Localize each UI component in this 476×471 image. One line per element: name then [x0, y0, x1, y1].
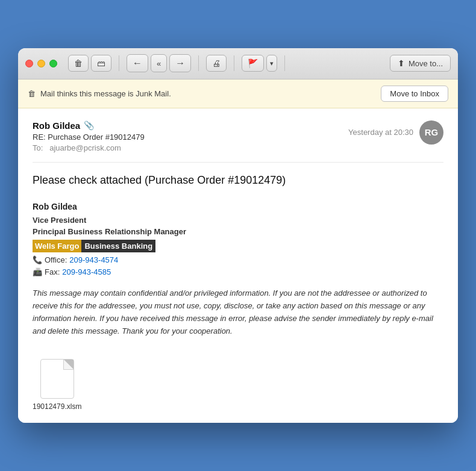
sig-title: Vice President [33, 214, 443, 226]
email-sender: Rob Gildea 📎 [33, 120, 145, 131]
delete-button[interactable]: 🗑 [68, 55, 89, 72]
separator-3 [234, 55, 234, 71]
junk-icon: 🗑 [28, 89, 36, 98]
move-to-label: Move to... [409, 59, 443, 68]
fax-label: Fax: [45, 266, 60, 278]
to-address: ajuarbe@pcrisk.com [49, 143, 121, 152]
sig-company: Wells Fargo Business Banking [33, 240, 155, 253]
close-button[interactable] [25, 60, 33, 67]
back-button[interactable]: ← [127, 54, 148, 72]
attachment-indicator-icon: 📎 [84, 120, 94, 130]
email-from-left: Rob Gildea 📎 RE: Purchase Order #1901247… [33, 120, 145, 152]
forward-button[interactable]: → [169, 54, 191, 72]
junk-banner-text: 🗑 Mail thinks this message is Junk Mail. [28, 89, 171, 98]
email-body-heading: Please check attached (Purchase Order #1… [33, 172, 443, 189]
sig-role: Principal Business Relationship Manager [33, 226, 443, 238]
maximize-button[interactable] [49, 60, 57, 67]
email-subject-line: RE: Purchase Order #19012479 [33, 133, 145, 142]
attachment-filename: 19012479.xlsm [33, 402, 81, 411]
file-icon [40, 359, 74, 399]
email-container: Rob Gildea 📎 RE: Purchase Order #1901247… [18, 108, 458, 423]
move-to-button[interactable]: ⬆ Move to... [390, 55, 451, 72]
sig-office: 📞 Office: 209-943-4574 [33, 254, 443, 266]
back-all-button[interactable]: « [151, 54, 167, 72]
sig-fax: 📠 Fax: 209-943-4585 [33, 266, 443, 278]
move-to-inbox-button[interactable]: Move to Inbox [381, 86, 448, 102]
move-to-icon: ⬆ [398, 58, 405, 68]
flag-button[interactable]: 🚩 [242, 55, 264, 72]
office-phone-icon: 📞 [33, 254, 42, 266]
archive-button[interactable]: 🗃 [91, 55, 111, 72]
office-phone-link[interactable]: 209-943-4574 [69, 254, 118, 266]
email-content-wrapper: Please check attached (Purchase Order #1… [33, 172, 443, 411]
email-body: Please check attached (Purchase Order #1… [33, 172, 443, 338]
email-disclaimer: This message may contain confidential an… [33, 287, 443, 337]
separator-2 [198, 55, 199, 71]
office-label: Office: [45, 254, 67, 266]
avatar: RG [419, 120, 443, 145]
email-timestamp: Yesterday at 20:30 [348, 128, 413, 137]
separator-4 [284, 55, 285, 71]
print-button[interactable]: 🖨 [206, 55, 227, 72]
toolbar-delete-group: 🗑 🗃 [68, 55, 111, 72]
to-label: To: [33, 143, 43, 152]
toolbar-nav-group: ← « → [127, 54, 191, 72]
mail-window: 🗑 🗃 ← « → 🖨 🚩 ▾ ⬆ Move to... 🗑 Mail thin… [18, 48, 458, 423]
traffic-lights [25, 60, 57, 67]
fax-icon: 📠 [33, 266, 42, 278]
toolbar-flag-group: 🚩 ▾ [242, 55, 277, 72]
junk-banner: 🗑 Mail thinks this message is Junk Mail.… [18, 80, 458, 108]
separator-1 [119, 55, 119, 71]
email-from-row: Rob Gildea 📎 RE: Purchase Order #1901247… [33, 120, 443, 152]
minimize-button[interactable] [37, 60, 45, 67]
attachment-item[interactable]: 19012479.xlsm [33, 359, 81, 411]
titlebar: 🗑 🗃 ← « → 🖨 🚩 ▾ ⬆ Move to... [18, 48, 458, 80]
wells-fargo-yellow-label: Wells Fargo [33, 240, 81, 253]
email-header: Rob Gildea 📎 RE: Purchase Order #1901247… [33, 120, 443, 163]
sig-name: Rob Gildea [33, 201, 443, 213]
attachment-area: 19012479.xlsm [33, 349, 443, 411]
fax-phone-link[interactable]: 209-943-4585 [62, 266, 111, 278]
junk-message: Mail thinks this message is Junk Mail. [40, 89, 171, 98]
business-banking-label: Business Banking [81, 240, 155, 253]
flag-dropdown-button[interactable]: ▾ [266, 55, 277, 72]
email-to-row: To: ajuarbe@pcrisk.com [33, 143, 145, 152]
email-meta-right: Yesterday at 20:30 RG [348, 120, 443, 145]
